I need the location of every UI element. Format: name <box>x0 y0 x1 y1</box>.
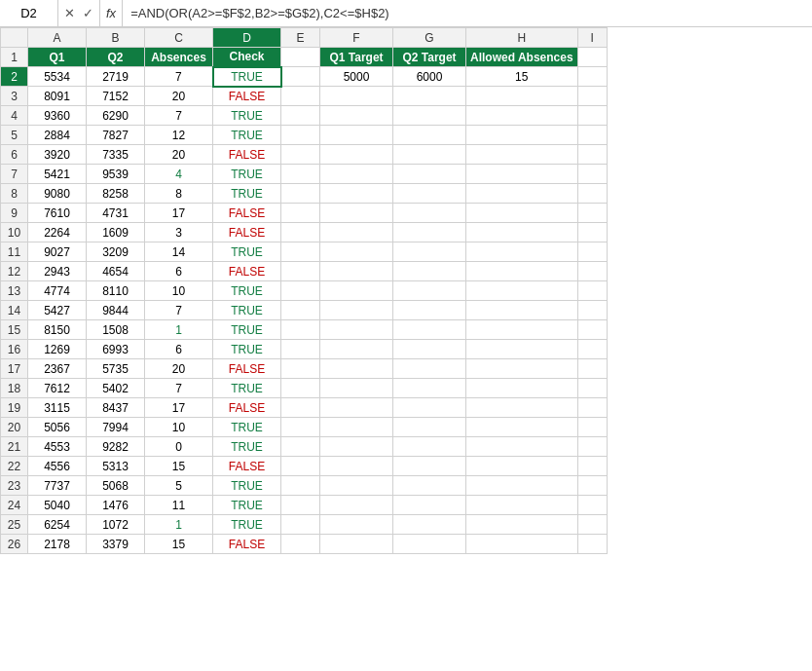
cell-i4[interactable] <box>577 106 607 126</box>
cell-c13[interactable]: 10 <box>145 281 213 301</box>
cell-e9[interactable] <box>281 204 320 223</box>
cell-h2[interactable]: 15 <box>466 67 578 87</box>
cell-d24[interactable]: TRUE <box>213 496 281 515</box>
cell-f1[interactable]: Q1 Target <box>320 48 393 67</box>
cell-i10[interactable] <box>577 223 607 242</box>
cell-g8[interactable] <box>393 184 466 204</box>
cell-i5[interactable] <box>577 126 607 145</box>
cell-h18[interactable] <box>466 379 578 398</box>
cell-i20[interactable] <box>577 418 607 437</box>
cell-i23[interactable] <box>577 476 607 496</box>
cell-h26[interactable] <box>466 535 578 554</box>
cell-b24[interactable]: 1476 <box>87 496 145 515</box>
formula-text[interactable]: =AND(OR(A2>=$F$2,B2>=$G$2),C2<=$H$2) <box>123 6 812 20</box>
cell-d21[interactable]: TRUE <box>213 437 281 457</box>
cell-e17[interactable] <box>281 359 320 379</box>
cell-a3[interactable]: 8091 <box>28 87 87 106</box>
cell-f13[interactable] <box>320 281 393 301</box>
cell-b3[interactable]: 7152 <box>87 87 145 106</box>
cell-d6[interactable]: FALSE <box>213 145 281 165</box>
cell-f2[interactable]: 5000 <box>320 67 393 87</box>
cell-a2[interactable]: 5534 <box>28 67 87 87</box>
cell-a5[interactable]: 2884 <box>28 126 87 145</box>
cell-a20[interactable]: 5056 <box>28 418 87 437</box>
col-header-g[interactable]: G <box>393 28 466 48</box>
cell-h12[interactable] <box>466 262 578 281</box>
cell-a14[interactable]: 5427 <box>28 301 87 320</box>
cell-h20[interactable] <box>466 418 578 437</box>
cell-h16[interactable] <box>466 340 578 359</box>
cell-f20[interactable] <box>320 418 393 437</box>
cell-e22[interactable] <box>281 457 320 476</box>
cell-d5[interactable]: TRUE <box>213 126 281 145</box>
cell-a11[interactable]: 9027 <box>28 242 87 262</box>
cell-e3[interactable] <box>281 87 320 106</box>
cell-c12[interactable]: 6 <box>145 262 213 281</box>
cell-g24[interactable] <box>393 496 466 515</box>
cell-e13[interactable] <box>281 281 320 301</box>
cell-g2[interactable]: 6000 <box>393 67 466 87</box>
cell-c16[interactable]: 6 <box>145 340 213 359</box>
cell-d10[interactable]: FALSE <box>213 223 281 242</box>
cell-a24[interactable]: 5040 <box>28 496 87 515</box>
cell-a7[interactable]: 5421 <box>28 165 87 184</box>
col-header-d[interactable]: D <box>213 28 281 48</box>
cell-d23[interactable]: TRUE <box>213 476 281 496</box>
cell-f3[interactable] <box>320 87 393 106</box>
cell-a25[interactable]: 6254 <box>28 515 87 535</box>
row-header-22[interactable]: 22 <box>1 457 28 476</box>
cell-c26[interactable]: 15 <box>145 535 213 554</box>
cell-b26[interactable]: 3379 <box>87 535 145 554</box>
cell-a16[interactable]: 1269 <box>28 340 87 359</box>
cell-i13[interactable] <box>577 281 607 301</box>
cell-c18[interactable]: 7 <box>145 379 213 398</box>
cell-d12[interactable]: FALSE <box>213 262 281 281</box>
col-header-h[interactable]: H <box>466 28 578 48</box>
cell-e23[interactable] <box>281 476 320 496</box>
cell-a15[interactable]: 8150 <box>28 320 87 340</box>
confirm-formula-icon[interactable]: ✓ <box>81 6 95 20</box>
cell-c23[interactable]: 5 <box>145 476 213 496</box>
cell-f7[interactable] <box>320 165 393 184</box>
cell-h15[interactable] <box>466 320 578 340</box>
cell-b9[interactable]: 4731 <box>87 204 145 223</box>
row-header-19[interactable]: 19 <box>1 398 28 418</box>
cell-reference-box[interactable]: D2 <box>0 0 58 26</box>
cell-e6[interactable] <box>281 145 320 165</box>
cell-c1[interactable]: Absences <box>145 48 213 67</box>
cell-f19[interactable] <box>320 398 393 418</box>
row-header-12[interactable]: 12 <box>1 262 28 281</box>
cell-a17[interactable]: 2367 <box>28 359 87 379</box>
cell-d7[interactable]: TRUE <box>213 165 281 184</box>
cell-f23[interactable] <box>320 476 393 496</box>
cell-c6[interactable]: 20 <box>145 145 213 165</box>
cell-f16[interactable] <box>320 340 393 359</box>
row-header-17[interactable]: 17 <box>1 359 28 379</box>
cell-g12[interactable] <box>393 262 466 281</box>
cell-h9[interactable] <box>466 204 578 223</box>
row-header-6[interactable]: 6 <box>1 145 28 165</box>
cell-e2[interactable] <box>281 67 320 87</box>
cell-c15[interactable]: 1 <box>145 320 213 340</box>
cell-a9[interactable]: 7610 <box>28 204 87 223</box>
cell-d20[interactable]: TRUE <box>213 418 281 437</box>
cell-h3[interactable] <box>466 87 578 106</box>
cell-h14[interactable] <box>466 301 578 320</box>
cell-i24[interactable] <box>577 496 607 515</box>
cell-f26[interactable] <box>320 535 393 554</box>
cell-d13[interactable]: TRUE <box>213 281 281 301</box>
row-header-11[interactable]: 11 <box>1 242 28 262</box>
cell-g4[interactable] <box>393 106 466 126</box>
cell-e18[interactable] <box>281 379 320 398</box>
row-header-1[interactable]: 1 <box>1 48 28 67</box>
cell-a8[interactable]: 9080 <box>28 184 87 204</box>
cell-i18[interactable] <box>577 379 607 398</box>
col-header-f[interactable]: F <box>320 28 393 48</box>
cell-g21[interactable] <box>393 437 466 457</box>
cell-c3[interactable]: 20 <box>145 87 213 106</box>
cell-f25[interactable] <box>320 515 393 535</box>
cell-f22[interactable] <box>320 457 393 476</box>
row-header-21[interactable]: 21 <box>1 437 28 457</box>
cell-h23[interactable] <box>466 476 578 496</box>
cell-a10[interactable]: 2264 <box>28 223 87 242</box>
